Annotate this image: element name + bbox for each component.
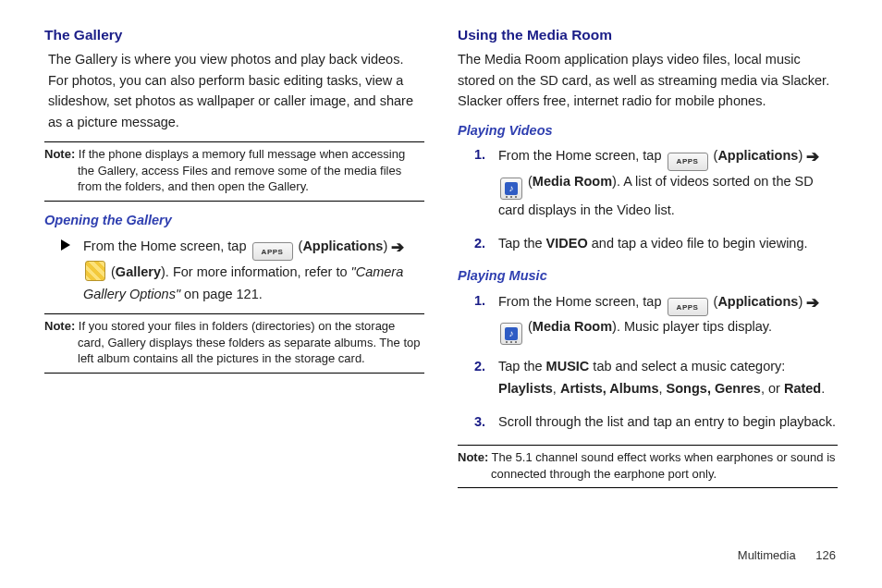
video-step-2: Tap the VIDEO and tap a video file to be…: [474, 233, 838, 255]
category-rated: Rated: [784, 381, 821, 396]
media-room-icon: ♪: [500, 178, 522, 200]
apps-icon: APPS: [252, 242, 293, 261]
gallery-icon: [85, 261, 105, 281]
right-column: Using the Media Room The Media Room appl…: [458, 24, 838, 497]
text-fragment: Tap the: [498, 359, 546, 374]
section-heading-gallery: The Gallery: [44, 24, 424, 45]
category-songs-genres: Songs, Genres: [667, 381, 761, 396]
arrow-icon: ➔: [806, 294, 819, 312]
apps-icon: APPS: [668, 153, 708, 171]
note-text: If the phone displays a memory full mess…: [75, 147, 405, 193]
text-fragment: From the Home screen, tap: [83, 239, 251, 253]
left-column: The Gallery The Gallery is where you vie…: [44, 24, 424, 497]
category-playlists: Playlists: [498, 381, 553, 396]
category-artists-albums: Artists, Albums: [560, 381, 659, 396]
applications-label: Applications: [717, 294, 798, 309]
text-fragment: From the Home screen, tap: [498, 148, 666, 163]
text-fragment: From the Home screen, tap: [498, 294, 666, 309]
text-fragment: tab and select a music category:: [589, 359, 785, 374]
media-room-label: Media Room: [533, 319, 612, 334]
text-fragment: and tap a video file to begin viewing.: [588, 236, 808, 251]
music-steps-list: From the Home screen, tap APPS (Applicat…: [458, 290, 838, 434]
note-label: Note:: [44, 319, 75, 333]
section-heading-media-room: Using the Media Room: [458, 24, 838, 45]
subsection-opening-gallery: Opening the Gallery: [44, 211, 424, 231]
gallery-open-text: From the Home screen, tap APPS (Applicat…: [83, 235, 424, 306]
video-steps-list: From the Home screen, tap APPS (Applicat…: [458, 144, 838, 254]
text-fragment: ). For more information, refer to: [161, 264, 350, 279]
note-memory-full: Note: If the phone displays a memory ful…: [44, 141, 424, 202]
applications-label: Applications: [302, 239, 383, 253]
subsection-playing-music: Playing Music: [458, 266, 838, 287]
play-bullet-icon: [61, 239, 70, 251]
media-room-icon: ♪: [500, 323, 522, 345]
arrow-icon: ➔: [806, 148, 819, 165]
page-footer: Multimedia 126: [738, 546, 836, 565]
text-fragment: ). Music player tips display.: [612, 319, 772, 334]
gallery-intro-text: The Gallery is where you view photos and…: [44, 49, 424, 132]
note-label: Note:: [458, 450, 488, 464]
note-sound-effect: Note: The 5.1 channel sound effect works…: [458, 445, 838, 488]
media-room-intro-text: The Media Room application plays video f…: [458, 49, 838, 111]
note-label: Note:: [44, 147, 75, 161]
arrow-icon: ➔: [391, 239, 404, 256]
music-step-3: Scroll through the list and tap an entry…: [474, 411, 838, 434]
gallery-label: Gallery: [116, 264, 161, 279]
applications-label: Applications: [717, 148, 798, 163]
footer-section: Multimedia: [738, 548, 796, 562]
apps-icon: APPS: [668, 298, 708, 316]
gallery-open-step: From the Home screen, tap APPS (Applicat…: [44, 235, 424, 306]
music-step-1: From the Home screen, tap APPS (Applicat…: [474, 290, 838, 346]
text-fragment: Tap the: [498, 236, 546, 251]
video-tab-label: VIDEO: [546, 236, 588, 251]
note-text: The 5.1 channel sound effect works when …: [488, 450, 835, 481]
music-tab-label: MUSIC: [546, 359, 590, 374]
note-folders-albums: Note: If you stored your files in folder…: [44, 313, 424, 374]
media-room-label: Media Room: [533, 174, 612, 189]
music-step-2: Tap the MUSIC tab and select a music cat…: [474, 356, 838, 400]
video-step-1: From the Home screen, tap APPS (Applicat…: [474, 144, 838, 222]
footer-page-number: 126: [815, 548, 836, 562]
text-fragment: , or: [761, 381, 784, 396]
text-fragment: on page 121.: [180, 287, 263, 301]
subsection-playing-videos: Playing Videos: [458, 121, 838, 141]
note-text: If you stored your files in folders (dir…: [75, 319, 420, 365]
